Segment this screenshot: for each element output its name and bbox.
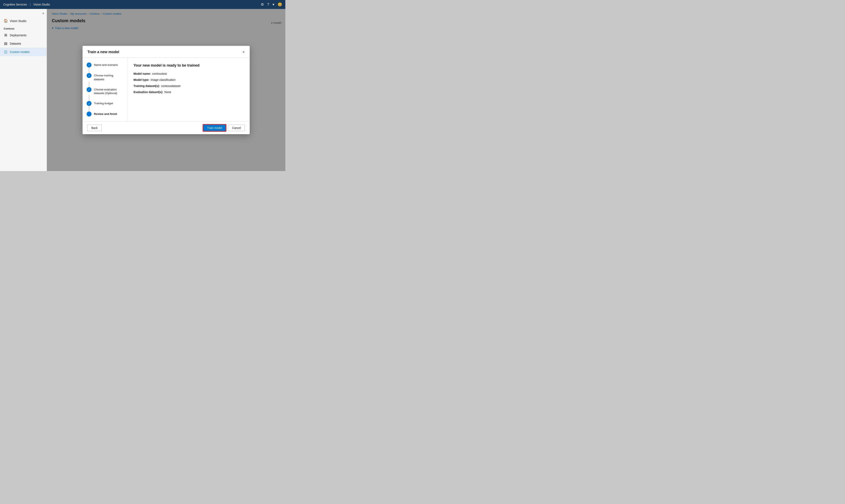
training-dataset-value: contosodataset [161,84,180,88]
back-button[interactable]: Back [87,125,102,131]
step-label-3: Choose evaluation datasets (Optional) [94,87,123,95]
home-icon: 🏠 [4,19,8,23]
sidebar-collapse-row: « [0,12,47,17]
step-label-4: Training budget [94,101,113,106]
model-name-value: contosotest [152,72,167,75]
step-label-2: Choose training datasets [94,73,123,82]
step-circle-2: ✓ [87,73,91,78]
step-circle-1: ✓ [87,62,91,67]
modal-body: ✓ Name and scenario ✓ Choose training da… [83,58,250,122]
sidebar-item-custom-models[interactable]: ◫ Custom models [0,48,47,56]
model-name-label: Model name: [134,72,151,75]
modal-title: Train a new model [87,50,119,54]
settings-icon[interactable]: ⚙ [261,2,264,7]
modal-close-button[interactable]: × [242,50,245,54]
step-training-budget: ✓ Training budget [87,101,123,106]
step-label-5: Review and finish [94,112,117,116]
step-circle-5 [87,112,91,116]
evaluation-dataset-value: None [164,90,171,94]
steps-panel: ✓ Name and scenario ✓ Choose training da… [83,58,127,122]
step-evaluation-datasets: ✓ Choose evaluation datasets (Optional) [87,87,123,95]
sidebar-custom-models-label: Custom models [10,50,30,54]
modal-footer: Back Train model Cancel [83,121,250,134]
topbar-divider: | [30,3,31,6]
topbar: Cognitive Services | Vision Studio ⚙ ? ▾… [0,0,285,9]
review-heading: Your new model is ready to be trained [134,63,244,68]
footer-left: Back [87,125,102,131]
step-training-datasets: ✓ Choose training datasets [87,73,123,82]
app-sub-name: Vision Studio [33,3,50,6]
footer-right: Train model Cancel [203,124,245,131]
deployments-icon: ⊞ [4,33,8,37]
main-content: Vision Studio › My resources › Contoso ›… [47,9,285,171]
app-name: Cognitive Services [3,3,27,6]
sidebar-datasets-label: Datasets [10,42,21,45]
sidebar-deployments-label: Deployments [10,34,27,37]
layout: « 🏠 Vision Studio Contoso ⊞ Deployments … [0,9,285,171]
account-icon[interactable]: 😊 [278,2,282,7]
sidebar: « 🏠 Vision Studio Contoso ⊞ Deployments … [0,9,47,171]
sidebar-item-home[interactable]: 🏠 Vision Studio [0,17,47,25]
sidebar-item-datasets[interactable]: ▤ Datasets [0,39,47,48]
step-review-finish: Review and finish [87,112,123,116]
sidebar-collapse-button[interactable]: « [42,12,44,15]
datasets-icon: ▤ [4,41,8,46]
modal-overlay: Train a new model × ✓ Name and scenario [47,9,285,171]
step-connector-3 [89,95,89,101]
step-name-scenario: ✓ Name and scenario [87,62,123,67]
sidebar-home-label: Vision Studio [10,19,26,23]
help-icon[interactable]: ? [267,2,269,7]
modal-header: Train a new model × [83,46,250,58]
train-model-modal: Train a new model × ✓ Name and scenario [83,46,250,134]
train-model-button[interactable]: Train model [203,124,226,131]
chevron-icon[interactable]: ▾ [273,2,274,7]
topbar-left: Cognitive Services | Vision Studio [3,3,50,6]
topbar-right: ⚙ ? ▾ 😊 [261,2,282,7]
review-panel: Your new model is ready to be trained Mo… [127,58,250,122]
step-connector-4 [89,106,89,112]
evaluation-dataset-label: Evaluation dataset(s): [134,90,163,94]
review-row-model-type: Model type: Image classification [134,78,244,82]
review-row-training-dataset: Training dataset(s): contosodataset [134,84,244,88]
sidebar-item-deployments[interactable]: ⊞ Deployments [0,31,47,39]
cancel-button[interactable]: Cancel [228,125,245,131]
step-circle-4: ✓ [87,101,91,106]
model-type-label: Model type: [134,78,150,82]
review-row-evaluation-dataset: Evaluation dataset(s): None [134,90,244,94]
training-dataset-label: Training dataset(s): [134,84,160,88]
sidebar-section-label: Contoso [0,25,47,31]
model-type-value: Image classification [151,78,175,82]
custom-models-icon: ◫ [4,50,8,54]
step-label-1: Name and scenario [94,62,118,67]
review-row-model-name: Model name: contosotest [134,72,244,75]
step-connector-1 [89,67,89,73]
step-connector-2 [89,82,89,87]
step-circle-3: ✓ [87,87,91,92]
